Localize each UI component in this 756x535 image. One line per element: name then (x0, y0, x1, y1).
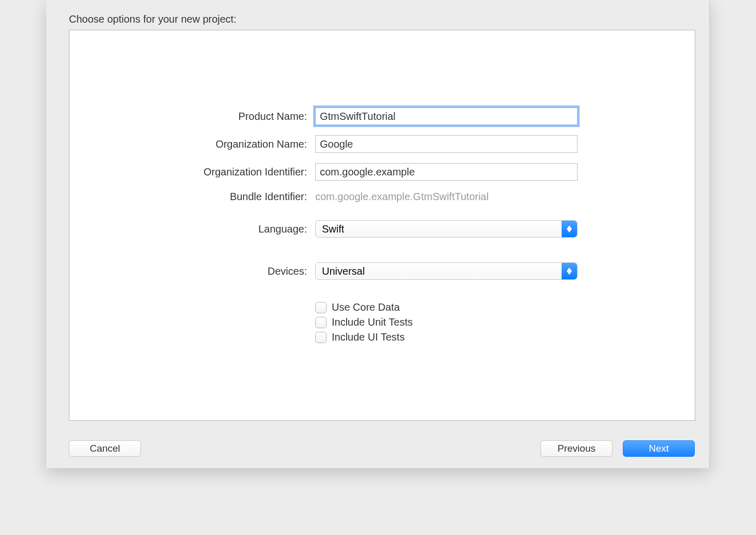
devices-select[interactable]: Universal (315, 262, 578, 280)
bundle-identifier-value: com.google.example.GtmSwiftTutorial (315, 191, 489, 202)
bundle-identifier-label: Bundle Identifier: (69, 191, 315, 203)
product-name-input[interactable] (315, 108, 578, 125)
organization-identifier-input[interactable] (315, 163, 578, 181)
use-core-data-label: Use Core Data (332, 301, 400, 313)
next-button[interactable]: Next (623, 440, 695, 457)
devices-select-value: Universal (322, 265, 365, 277)
language-label: Language: (69, 223, 315, 235)
cancel-button[interactable]: Cancel (69, 440, 141, 457)
chevron-up-down-icon (562, 221, 577, 237)
options-form: Product Name: Organization Name: Organiz… (69, 108, 695, 346)
organization-identifier-label: Organization Identifier: (69, 166, 315, 178)
include-unit-tests-checkbox[interactable] (315, 317, 327, 328)
include-unit-tests-label: Include Unit Tests (332, 316, 413, 328)
include-ui-tests-checkbox[interactable] (315, 332, 327, 343)
include-ui-tests-label: Include UI Tests (332, 331, 405, 343)
product-name-label: Product Name: (69, 111, 315, 122)
language-select[interactable]: Swift (315, 220, 578, 238)
footer-buttons: Cancel Previous Next (69, 440, 695, 457)
chevron-up-down-icon (562, 263, 577, 279)
options-panel: Product Name: Organization Name: Organiz… (69, 30, 695, 421)
previous-button[interactable]: Previous (541, 440, 613, 457)
language-select-value: Swift (322, 223, 344, 235)
devices-label: Devices: (69, 265, 315, 277)
organization-name-label: Organization Name: (69, 138, 315, 150)
organization-name-input[interactable] (315, 135, 578, 153)
new-project-options-sheet: Choose options for your new project: Pro… (46, 0, 710, 468)
use-core-data-checkbox[interactable] (315, 302, 327, 313)
sheet-title: Choose options for your new project: (69, 13, 237, 25)
